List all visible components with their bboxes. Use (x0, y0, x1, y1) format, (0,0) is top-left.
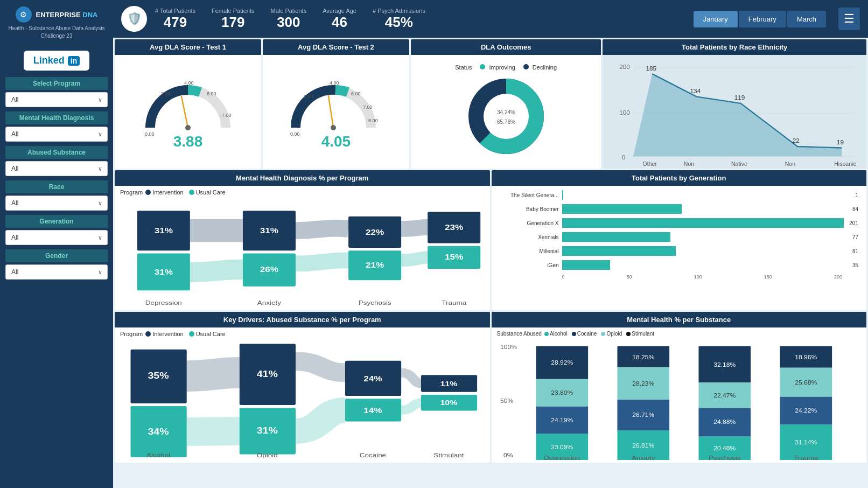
dla-test1-gauge: 0.00 2.00 4.00 6.00 7.00 3.88 (119, 74, 257, 150)
svg-text:21%: 21% (366, 260, 384, 269)
svg-text:24.22%: 24.22% (795, 408, 817, 414)
race-card: Total Patients by Race Ethnicity 200 100… (603, 39, 866, 169)
race-label: Race (5, 180, 108, 193)
svg-text:20.48%: 20.48% (713, 445, 736, 451)
svg-text:15%: 15% (445, 252, 463, 261)
generation-bar-chart: The Silent Genera... 1 Baby Boomer 84 (500, 190, 859, 306)
svg-text:6.00: 6.00 (351, 91, 361, 96)
top-row: Avg DLA Score - Test 1 (115, 39, 866, 169)
silent-gen-value: 1 (855, 192, 858, 198)
male-patients-stat: Male Patients 300 (271, 8, 307, 31)
kd-usual-care-dot (189, 331, 194, 337)
silent-gen-track (562, 190, 850, 200)
svg-text:34%: 34% (148, 426, 169, 436)
xennials-track (562, 232, 847, 242)
enterprise-icon: ⚙ (16, 6, 32, 23)
svg-point-17 (484, 94, 529, 139)
psych-admissions-stat: # Psych Admissions 45% (373, 8, 425, 31)
dla-test2-body: 0.00 2.00 4.00 6.00 7.00 8.00 4.05 (263, 55, 409, 169)
dla-test1-card: Avg DLA Score - Test 1 (115, 39, 261, 169)
mental-health-input[interactable]: All (5, 127, 108, 142)
improving-dot (480, 64, 485, 69)
generation-header: Total Patients by Generation (492, 170, 867, 186)
svg-text:Cocaine: Cocaine (360, 452, 386, 459)
svg-text:26.71%: 26.71% (632, 412, 654, 417)
gen-x-track (562, 218, 844, 228)
generation-wrapper[interactable]: All (5, 230, 108, 245)
mental-health-wrapper[interactable]: All (5, 127, 108, 142)
boomer-bar (562, 204, 682, 214)
svg-line-0 (181, 96, 188, 128)
main-content: 🛡️ # Total Patients 479 Female Patients … (113, 0, 868, 488)
svg-text:31%: 31% (155, 226, 173, 235)
svg-text:8.00: 8.00 (368, 118, 378, 123)
mhs-svg: 100% 50% 0% 28.92% 23.80% 24.19% (497, 340, 862, 460)
race-wrapper[interactable]: All (5, 196, 108, 211)
female-patients-stat: Female Patients 179 (212, 8, 254, 31)
january-button[interactable]: January (694, 11, 738, 27)
gender-label: Gender (5, 249, 108, 262)
key-drivers-body: 35% 34% 41% 31% 24% 14% (115, 338, 490, 463)
race-input[interactable]: All (5, 196, 108, 211)
dla-test2-gauge: 0.00 2.00 4.00 6.00 7.00 8.00 4.05 (267, 74, 405, 150)
gauge2-svg: 0.00 2.00 4.00 6.00 7.00 8.00 (288, 74, 384, 138)
male-patients-label: Male Patients (271, 8, 307, 14)
svg-text:28.23%: 28.23% (632, 380, 654, 386)
svg-text:Stimulant: Stimulant (433, 452, 464, 459)
svg-text:Other: Other (643, 161, 657, 166)
february-button[interactable]: February (739, 11, 786, 27)
generation-millenial-row: Millenial 81 (500, 246, 859, 256)
mental-health-diag-body: 31% 31% 31% 26% 22% 21% (115, 197, 490, 310)
svg-text:31.14%: 31.14% (795, 440, 817, 445)
svg-text:Psychosis: Psychosis (708, 455, 740, 460)
generation-xennials-row: Xennials 77 (500, 232, 859, 242)
mhs-alcohol-legend: Alcohol (544, 331, 568, 337)
kd-intervention-dot (145, 331, 151, 337)
mental-health-label: Mental Health Diagnosis (5, 111, 108, 124)
cocaine-dot (572, 332, 576, 336)
generation-x-row: Generation X 201 (500, 218, 859, 228)
xennials-value: 77 (852, 234, 858, 240)
svg-line-7 (328, 96, 333, 128)
select-program-wrapper[interactable]: All (5, 92, 108, 107)
generation-input[interactable]: All (5, 230, 108, 245)
menu-button[interactable]: ☰ (838, 8, 860, 30)
stimulant-dot (626, 332, 631, 336)
svg-text:0: 0 (622, 154, 626, 161)
svg-point-1 (185, 125, 191, 130)
mh-program-label: Program (120, 189, 143, 196)
svg-text:23.09%: 23.09% (551, 444, 573, 450)
igen-value: 35 (852, 262, 858, 268)
xennials-label: Xennials (500, 234, 559, 240)
psych-admissions-label: # Psych Admissions (373, 8, 425, 14)
abused-substance-input[interactable]: All (5, 161, 108, 176)
igen-label: iGen (500, 262, 559, 268)
month-buttons: January February March (694, 11, 826, 27)
generation-label: Generation (5, 215, 108, 228)
boomer-label: Baby Boomer (500, 206, 559, 212)
svg-text:Non: Non (785, 161, 795, 166)
total-patients-stat: # Total Patients 479 (155, 8, 195, 31)
millenial-bar (562, 246, 676, 256)
abused-substance-wrapper[interactable]: All (5, 161, 108, 176)
svg-text:11%: 11% (440, 380, 457, 388)
march-button[interactable]: March (787, 11, 826, 27)
select-program-label: Select Program (5, 77, 108, 90)
svg-text:Anxiety: Anxiety (257, 299, 282, 306)
race-svg: 200 100 0 (608, 58, 861, 166)
avg-age-label: Average Age (323, 8, 356, 14)
svg-text:32.18%: 32.18% (713, 361, 736, 367)
svg-text:Hispanic: Hispanic (835, 161, 857, 166)
gen-x-bar (562, 218, 844, 228)
gender-wrapper[interactable]: All (5, 264, 108, 280)
svg-text:119: 119 (734, 94, 745, 101)
select-program-input[interactable]: All (5, 92, 108, 107)
dla-outcomes-card: DLA Outcomes Status Improving Declining (411, 39, 601, 169)
gender-input[interactable]: All (5, 264, 108, 280)
intervention-dot (145, 190, 151, 195)
svg-text:4.00: 4.00 (330, 80, 339, 86)
mental-health-diag-header: Mental Health Diagnosis % per Program (115, 170, 490, 186)
svg-text:Depression: Depression (145, 299, 182, 306)
kd-intervention-legend: Intervention (145, 331, 183, 337)
dla-test1-value: 3.88 (173, 133, 203, 150)
